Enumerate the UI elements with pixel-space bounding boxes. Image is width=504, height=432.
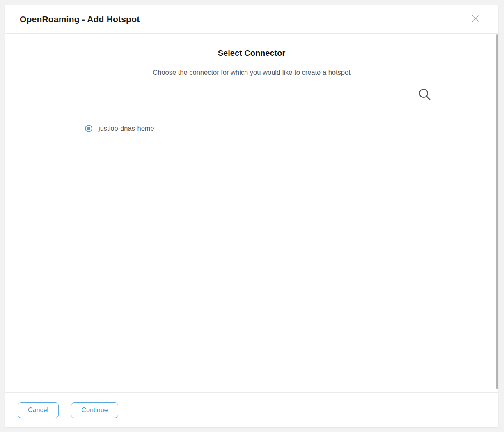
close-icon [471,14,481,25]
modal-footer: Cancel Continue [5,392,498,427]
connector-content-area: justloo-dnas-home [71,87,432,365]
select-connector-heading: Select Connector [5,48,498,58]
connector-list-item[interactable]: justloo-dnas-home [71,110,432,132]
search-button[interactable] [417,87,432,104]
radio-dot [87,127,90,130]
connector-name-label: justloo-dnas-home [99,124,154,132]
continue-button[interactable]: Continue [71,402,118,418]
close-button[interactable] [470,13,482,25]
modal-body: Select Connector Choose the connector fo… [5,34,498,392]
modal-title: OpenRoaming - Add Hotspot [20,14,140,24]
vertical-scrollbar[interactable] [496,34,498,389]
page-background: OpenRoaming - Add Hotspot Select Connect… [0,0,504,432]
search-row [71,87,432,103]
cancel-button[interactable]: Cancel [18,402,59,418]
modal-header: OpenRoaming - Add Hotspot [5,5,498,34]
add-hotspot-modal: OpenRoaming - Add Hotspot Select Connect… [5,5,498,427]
connector-list-box: justloo-dnas-home [71,110,432,365]
row-divider [82,139,422,139]
radio-selected-icon[interactable] [85,125,92,132]
select-connector-subheading: Choose the connector for which you would… [5,69,498,76]
search-icon [417,87,431,103]
